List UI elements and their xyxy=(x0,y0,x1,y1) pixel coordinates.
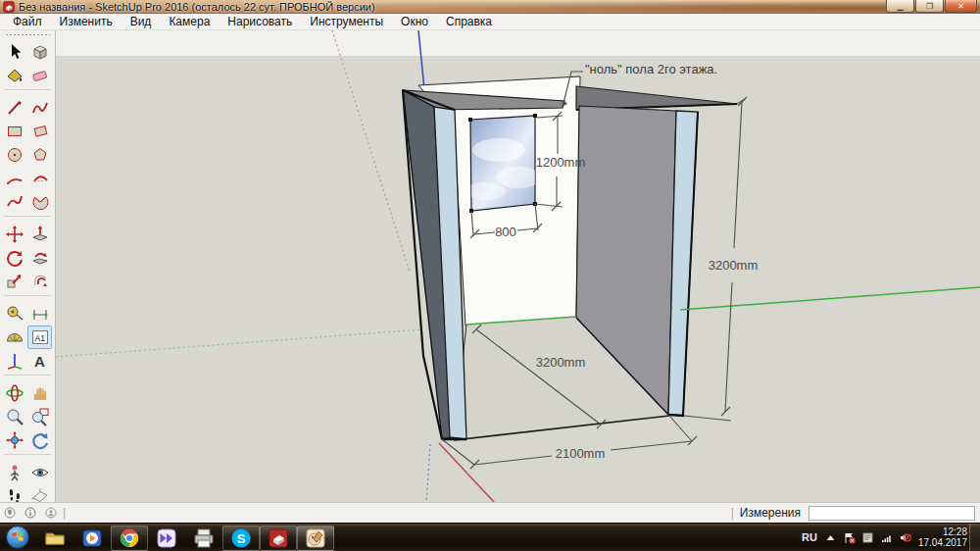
tool-text[interactable]: A1 xyxy=(27,326,52,349)
taskbar-google-chrome[interactable] xyxy=(111,526,148,551)
menu-item-6[interactable]: Окно xyxy=(392,14,437,29)
dim-label-wall-height[interactable]: 3200mm xyxy=(702,258,764,273)
tool-make-component[interactable] xyxy=(27,40,52,64)
dim-label-window-height[interactable]: 1200mm xyxy=(529,155,592,170)
tool-protractor[interactable] xyxy=(2,326,26,349)
language-indicator[interactable]: RU xyxy=(802,531,817,543)
menu-item-3[interactable]: Камера xyxy=(160,14,219,29)
toolbar-separator xyxy=(4,375,51,379)
svg-text:A1: A1 xyxy=(34,333,45,343)
tool-scale[interactable] xyxy=(2,270,26,293)
taskbar-skype[interactable]: S xyxy=(222,526,260,551)
dim-label-window-width[interactable]: 800 xyxy=(474,225,537,239)
taskbar-windows-explorer[interactable] xyxy=(36,526,74,551)
tool-two-point-arc[interactable] xyxy=(27,167,52,190)
tool-3d-text[interactable]: A xyxy=(27,349,52,373)
taskbar: S RU 12:28 17.04.2017 xyxy=(0,523,980,551)
maximize-button[interactable]: ❐ xyxy=(915,0,944,13)
statusbar-separator: | xyxy=(63,506,66,520)
measurements-separator: | xyxy=(731,506,734,520)
drawing-canvas[interactable]: 1200mm 800 3200mm 2100mm 3200mm "ноль" п… xyxy=(56,30,980,502)
system-icon[interactable] xyxy=(861,531,874,544)
info-icon[interactable] xyxy=(24,507,36,519)
tool-zoom-window[interactable] xyxy=(27,405,52,428)
tool-rotate[interactable] xyxy=(2,246,26,270)
tool-rectangle[interactable] xyxy=(2,120,26,143)
clock-date: 17.04.2017 xyxy=(918,537,967,548)
taskbar-printer[interactable] xyxy=(185,526,222,551)
menu-item-2[interactable]: Вид xyxy=(122,14,161,29)
tool-axes[interactable] xyxy=(2,349,26,373)
menu-item-0[interactable]: Файл xyxy=(4,14,51,29)
geolocation-icon[interactable] xyxy=(4,507,16,519)
tool-orbit[interactable] xyxy=(2,381,26,405)
svg-text:S: S xyxy=(237,530,246,545)
toolbar-separator xyxy=(4,216,51,221)
tool-circle[interactable] xyxy=(2,143,26,167)
svg-text:A: A xyxy=(34,353,45,370)
measurements-input[interactable] xyxy=(808,506,975,521)
floor-zero-note[interactable]: "ноль" пола 2го этажа. xyxy=(585,62,717,76)
clock-time: 12:28 xyxy=(918,526,967,537)
dim-label-room-width[interactable]: 2100mm xyxy=(549,446,612,461)
tool-line[interactable] xyxy=(2,96,26,120)
toolbar-separator xyxy=(4,454,51,459)
toolbar-separator xyxy=(4,295,51,300)
account-icon[interactable] xyxy=(45,507,57,519)
tool-pie[interactable] xyxy=(27,190,52,214)
tool-tape-measure[interactable] xyxy=(2,302,26,326)
sketchup-window: Без названия - SketchUp Pro 2016 (остало… xyxy=(0,0,980,551)
titlebar: Без названия - SketchUp Pro 2016 (остало… xyxy=(0,0,980,14)
tool-three-point-arc[interactable] xyxy=(2,190,26,214)
tool-offset[interactable] xyxy=(27,270,52,293)
volume-muted-icon[interactable] xyxy=(899,531,911,544)
tool-zoom-extents[interactable] xyxy=(2,428,26,452)
menu-item-7[interactable]: Справка xyxy=(437,14,501,29)
taskbar-kmplayer[interactable] xyxy=(148,526,185,551)
minimize-button[interactable]: ▁ xyxy=(886,0,914,13)
action-center-icon[interactable] xyxy=(843,531,856,544)
menu-item-4[interactable]: Нарисовать xyxy=(219,14,301,29)
model-scene xyxy=(56,30,980,502)
tool-eraser[interactable] xyxy=(27,64,52,87)
dim-label-wall-length[interactable]: 3200mm xyxy=(529,355,592,370)
tool-look-around[interactable] xyxy=(27,461,52,484)
toolbar-separator xyxy=(4,89,51,94)
tool-zoom[interactable] xyxy=(2,405,26,428)
show-desktop-button[interactable] xyxy=(969,524,980,551)
clock[interactable]: 12:28 17.04.2017 xyxy=(918,526,967,548)
measurements-label: Измерения xyxy=(740,506,801,520)
taskbar-media-player[interactable] xyxy=(74,526,111,551)
window-title: Без названия - SketchUp Pro 2016 (остало… xyxy=(19,1,375,13)
tool-move[interactable] xyxy=(2,223,26,246)
tool-rotated-rectangle[interactable] xyxy=(27,120,52,143)
menu-item-1[interactable]: Изменить xyxy=(51,14,122,29)
sketchup-app-icon xyxy=(3,1,15,13)
tool-arc[interactable] xyxy=(2,167,26,190)
hidden-icons-icon[interactable] xyxy=(824,531,837,544)
menubar: ФайлИзменитьВидКамераНарисоватьИнструмен… xyxy=(0,14,980,30)
statusbar: | | Измерения xyxy=(0,502,980,523)
close-button[interactable]: ✕ xyxy=(945,0,977,13)
toolbar-grip[interactable] xyxy=(5,33,50,36)
tool-freehand[interactable] xyxy=(27,96,52,120)
tool-pan[interactable] xyxy=(27,381,52,405)
tool-dimension[interactable] xyxy=(27,302,52,326)
tool-previous[interactable] xyxy=(27,428,52,452)
right-wall-bottom-cap xyxy=(668,415,684,416)
tool-follow-me[interactable] xyxy=(27,246,52,270)
taskbar-sketchup[interactable] xyxy=(260,526,297,551)
sky xyxy=(56,30,980,56)
tool-select[interactable] xyxy=(2,40,26,64)
system-tray: RU 12:28 17.04.2017 xyxy=(802,524,967,551)
network-icon[interactable] xyxy=(880,531,893,544)
tool-polygon[interactable] xyxy=(27,143,52,167)
large-tool-set: A1A xyxy=(0,30,56,502)
tool-push-pull[interactable] xyxy=(27,223,52,246)
taskbar-paint[interactable] xyxy=(297,526,334,551)
tool-position-camera[interactable] xyxy=(2,461,26,484)
start-button[interactable] xyxy=(3,525,32,551)
menu-item-5[interactable]: Инструменты xyxy=(301,14,392,29)
tool-paint-bucket[interactable] xyxy=(2,64,26,87)
